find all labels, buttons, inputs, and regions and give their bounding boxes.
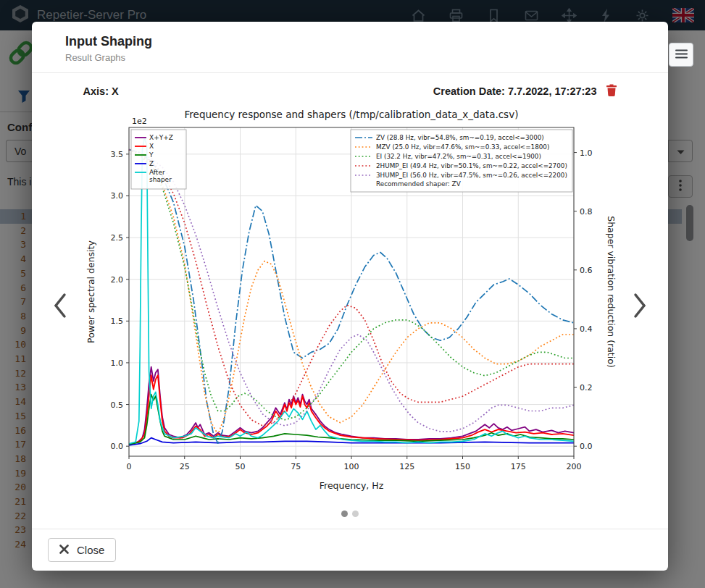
svg-text:X: X <box>149 143 154 150</box>
close-label: Close <box>77 544 104 556</box>
carousel-prev-button[interactable] <box>48 290 72 322</box>
svg-text:200: 200 <box>566 462 581 471</box>
graphs-menu-button[interactable] <box>669 43 693 67</box>
svg-text:125: 125 <box>399 462 414 471</box>
carousel-dots <box>32 511 668 517</box>
carousel-next-button[interactable] <box>627 290 652 322</box>
svg-text:Frequency, Hz: Frequency, Hz <box>319 480 383 491</box>
axis-label: Axis: X <box>83 85 119 97</box>
svg-text:After: After <box>149 169 165 176</box>
result-chart: 02550751001251501752000.00.51.01.52.02.5… <box>83 104 617 503</box>
hamburger-icon <box>675 49 688 61</box>
svg-text:EI (32.2 Hz, vibr=47.2%, sm~=0: EI (32.2 Hz, vibr=47.2%, sm~=0.31, accel… <box>376 153 541 160</box>
svg-text:ZV (28.8 Hz, vibr=54.8%, sm~=0: ZV (28.8 Hz, vibr=54.8%, sm~=0.19, accel… <box>376 134 544 141</box>
chevron-right-icon <box>633 293 647 321</box>
creation-date-label: Creation Date: 7.7.2022, 17:27:23 <box>433 85 597 97</box>
delete-graph-button[interactable] <box>606 83 617 98</box>
carousel-dot[interactable] <box>352 511 359 517</box>
svg-text:0.2: 0.2 <box>580 383 593 392</box>
chevron-left-icon <box>53 293 67 321</box>
svg-text:MZV (25.0 Hz, vibr=47.6%, sm~=: MZV (25.0 Hz, vibr=47.6%, sm~=0.33, acce… <box>376 143 549 151</box>
svg-text:Recommended shaper: ZV: Recommended shaper: ZV <box>376 180 461 188</box>
svg-text:1e2: 1e2 <box>132 117 147 126</box>
svg-text:Z: Z <box>149 160 154 167</box>
close-button[interactable]: Close <box>48 538 116 562</box>
svg-text:Power spectral density: Power spectral density <box>85 240 96 343</box>
svg-text:2HUMP_EI (49.4 Hz, vibr=50.1%,: 2HUMP_EI (49.4 Hz, vibr=50.1%, sm~=0.22,… <box>376 162 567 169</box>
svg-text:shaper: shaper <box>149 176 172 183</box>
svg-text:3HUMP_EI (56.0 Hz, vibr=47.5%,: 3HUMP_EI (56.0 Hz, vibr=47.5%, sm~=0.26,… <box>376 172 567 179</box>
svg-text:150: 150 <box>455 462 470 471</box>
svg-text:0: 0 <box>126 462 131 471</box>
svg-text:0.0: 0.0 <box>110 442 123 451</box>
svg-text:3.5: 3.5 <box>110 150 123 159</box>
svg-text:0.6: 0.6 <box>580 266 593 275</box>
svg-text:50: 50 <box>235 462 245 471</box>
svg-text:3.0: 3.0 <box>110 191 123 201</box>
page: { "navbar": { "brand": "Repetier-Server … <box>0 0 705 588</box>
svg-text:Shaper vibration reduction (ra: Shaper vibration reduction (ratio) <box>606 216 617 368</box>
dialog-footer: Close <box>32 529 668 571</box>
close-icon <box>59 544 69 556</box>
svg-text:1.0: 1.0 <box>580 148 593 158</box>
svg-text:0.5: 0.5 <box>110 400 123 410</box>
dialog-subtitle: Result Graphs <box>65 52 651 63</box>
trash-icon <box>606 83 617 98</box>
svg-text:25: 25 <box>179 462 189 471</box>
dialog-title: Input Shaping <box>65 33 651 49</box>
svg-text:Y: Y <box>149 151 154 159</box>
svg-text:Frequency response and shapers: Frequency response and shapers (/tmp/cal… <box>184 109 518 120</box>
svg-text:2.0: 2.0 <box>110 275 123 285</box>
svg-text:0.0: 0.0 <box>580 442 593 451</box>
svg-text:175: 175 <box>510 462 525 471</box>
graph-meta-row: Axis: X Creation Date: 7.7.2022, 17:27:2… <box>83 83 617 98</box>
svg-text:0.8: 0.8 <box>580 207 593 217</box>
svg-text:75: 75 <box>291 462 301 471</box>
svg-text:1.0: 1.0 <box>110 358 123 368</box>
svg-text:1.5: 1.5 <box>110 316 123 326</box>
svg-text:100: 100 <box>343 462 359 471</box>
carousel-dot[interactable] <box>341 511 348 517</box>
svg-text:X+Y+Z: X+Y+Z <box>149 134 173 141</box>
svg-text:2.5: 2.5 <box>110 233 123 243</box>
dialog-body: Axis: X Creation Date: 7.7.2022, 17:27:2… <box>32 73 668 529</box>
input-shaping-dialog: Input Shaping Result Graphs Axis: X Crea… <box>32 22 668 571</box>
dialog-header: Input Shaping Result Graphs <box>32 22 668 73</box>
svg-text:0.4: 0.4 <box>580 324 593 334</box>
